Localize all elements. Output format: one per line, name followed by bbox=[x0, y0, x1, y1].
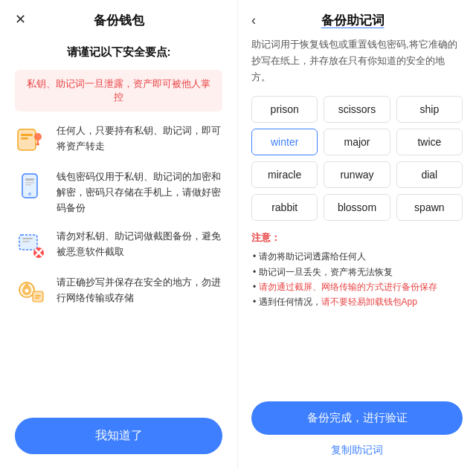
copy-mnemonic-link[interactable]: 复制助记词 bbox=[251, 444, 463, 457]
svg-point-18 bbox=[25, 289, 29, 293]
verify-button[interactable]: 备份完成，进行验证 bbox=[251, 401, 463, 435]
mnemonic-word-scissors: scissors bbox=[324, 96, 390, 123]
notes-title: 注意： bbox=[251, 231, 463, 245]
phone-icon bbox=[15, 169, 48, 202]
svg-point-3 bbox=[34, 133, 42, 140]
right-panel: ‹ 备份助记词 助记词用于恢复钱包或重置钱包密码,将它准确的抄写在纸上，并存放在… bbox=[238, 0, 476, 469]
left-subtitle: 请谨记以下安全要点: bbox=[15, 45, 222, 59]
left-title: 备份钱包 bbox=[94, 12, 144, 29]
security-item-phone: 钱包密码仅用于私钥、助记词的加密和解密，密码只存储在手机上，请做好密码备份 bbox=[15, 169, 222, 216]
mnemonic-word-spawn: spawn bbox=[396, 194, 463, 221]
mnemonic-word-ship: ship bbox=[396, 96, 463, 123]
svg-rect-1 bbox=[21, 134, 33, 136]
mnemonic-word-dial: dial bbox=[396, 161, 463, 188]
close-icon[interactable]: ✕ bbox=[15, 11, 26, 28]
right-title: 备份助记词 bbox=[262, 12, 443, 29]
mnemonic-word-major: major bbox=[324, 129, 390, 155]
back-icon[interactable]: ‹ bbox=[251, 13, 256, 28]
location-icon bbox=[15, 275, 48, 308]
left-header: ✕ 备份钱包 bbox=[15, 0, 222, 38]
security-item-screenshot-text: 请勿对私钥、助记词做截图备份，避免被恶意软件截取 bbox=[57, 229, 222, 260]
svg-rect-2 bbox=[21, 138, 28, 140]
note-item-1: • 助记词一旦丢失，资产将无法恢复 bbox=[251, 265, 463, 279]
mnemonic-word-miracle: miracle bbox=[251, 161, 318, 188]
mnemonic-word-rabbit: rabbit bbox=[251, 194, 318, 221]
svg-rect-13 bbox=[22, 241, 30, 242]
right-header: ‹ 备份助记词 bbox=[251, 0, 463, 36]
mnemonic-word-blossom: blossom bbox=[324, 194, 390, 221]
screenshot-icon bbox=[15, 229, 48, 262]
right-footer: 备份完成，进行验证 复制助记词 bbox=[251, 401, 463, 457]
security-item-phone-text: 钱包密码仅用于私钥、助记词的加密和解密，密码只存储在手机上，请做好密码备份 bbox=[57, 169, 222, 216]
svg-point-10 bbox=[28, 193, 31, 195]
mnemonic-word-winter: winter bbox=[251, 129, 318, 155]
security-item-location: 请正确抄写并保存在安全的地方，勿进行网络传输或存储 bbox=[15, 275, 222, 308]
svg-rect-5 bbox=[36, 143, 39, 145]
warning-banner: 私钥、助记词一旦泄露，资产即可被他人掌控 bbox=[15, 70, 222, 111]
svg-rect-0 bbox=[18, 129, 36, 150]
mnemonic-word-runway: runway bbox=[324, 161, 390, 188]
svg-rect-7 bbox=[25, 178, 34, 181]
security-item-key: 任何人，只要持有私钥、助记词，即可将资产转走 bbox=[15, 123, 222, 156]
note-item-3: • 遇到任何情况，请不要轻易卸载钱包App bbox=[251, 294, 463, 309]
warning-text: 私钥、助记词一旦泄露，资产即可被他人掌控 bbox=[25, 77, 212, 104]
left-panel: ✕ 备份钱包 请谨记以下安全要点: 私钥、助记词一旦泄露，资产即可被他人掌控 任… bbox=[0, 0, 238, 469]
note-item-2: • 请勿通过截屏、网络传输的方式进行备份保存 bbox=[251, 279, 463, 294]
mnemonic-word-prison: prison bbox=[251, 96, 318, 123]
svg-rect-12 bbox=[22, 238, 33, 239]
mnemonic-grid: prisonscissorsshipwintermajortwicemiracl… bbox=[251, 96, 463, 221]
security-item-screenshot: 请勿对私钥、助记词做截图备份，避免被恶意软件截取 bbox=[15, 229, 222, 262]
right-desc: 助记词用于恢复钱包或重置钱包密码,将它准确的抄写在纸上，并存放在只有你知道的安全… bbox=[251, 36, 463, 85]
note-item-0: • 请勿将助记词透露给任何人 bbox=[251, 249, 463, 264]
left-footer: 我知道了 bbox=[15, 418, 222, 454]
know-button[interactable]: 我知道了 bbox=[15, 418, 222, 454]
mnemonic-word-twice: twice bbox=[396, 129, 463, 155]
right-notes: 注意： • 请勿将助记词透露给任何人• 助记词一旦丢失，资产将无法恢复• 请勿通… bbox=[251, 231, 463, 310]
security-item-key-text: 任何人，只要持有私钥、助记词，即可将资产转走 bbox=[57, 123, 222, 155]
key-icon bbox=[15, 123, 48, 156]
security-item-location-text: 请正确抄写并保存在安全的地方，勿进行网络传输或存储 bbox=[57, 275, 222, 306]
security-items: 任何人，只要持有私钥、助记词，即可将资产转走 钱包密码仅用于私钥、助记词的加密和… bbox=[15, 123, 222, 418]
svg-rect-9 bbox=[25, 184, 31, 186]
svg-rect-8 bbox=[25, 182, 34, 184]
svg-rect-19 bbox=[33, 291, 43, 302]
